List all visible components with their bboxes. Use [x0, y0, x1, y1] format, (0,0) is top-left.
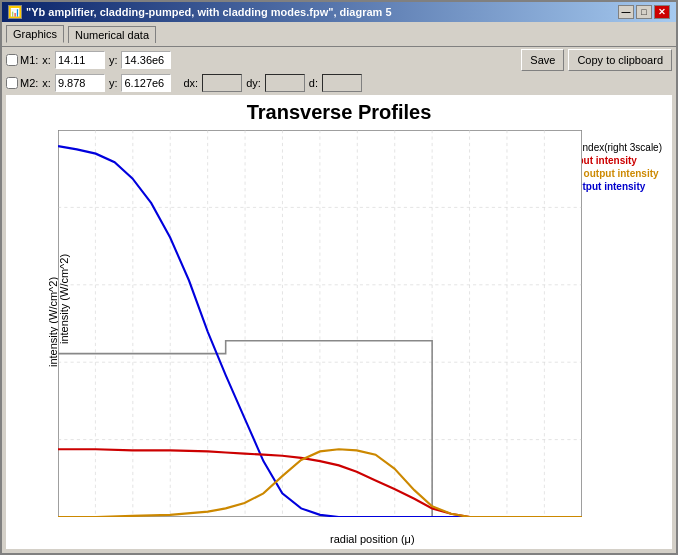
dy-label: dy: — [246, 77, 261, 89]
minimize-button[interactable]: — — [618, 5, 634, 19]
m1-checkbox-label: M1: — [6, 54, 38, 66]
y-axis-label-left: intensity (W/cm^2) — [58, 239, 70, 359]
dy-field[interactable] — [265, 74, 305, 92]
dx-label: dx: — [183, 77, 198, 89]
tab-graphics[interactable]: Graphics — [6, 25, 64, 43]
m2-label: M2: — [20, 77, 38, 89]
m1-y-label: y: — [109, 54, 118, 66]
m1-x-field[interactable] — [55, 51, 105, 69]
m1-x-label: x: — [42, 54, 51, 66]
d-field[interactable] — [322, 74, 362, 92]
close-button[interactable]: ✕ — [654, 5, 670, 19]
m2-row: M2: x: y: dx: dy: d: — [2, 73, 676, 93]
maximize-button[interactable]: □ — [636, 5, 652, 19]
m2-y-field[interactable] — [121, 74, 171, 92]
m2-checkbox-label: M2: — [6, 77, 38, 89]
m2-x-label: x: — [42, 77, 51, 89]
save-button[interactable]: Save — [521, 49, 564, 71]
title-buttons: — □ ✕ — [618, 5, 670, 19]
m1-checkbox[interactable] — [6, 54, 18, 66]
window-icon: 📊 — [8, 5, 22, 19]
chart-area: Transverse Profiles intensity (W/cm^2) r… — [6, 95, 672, 549]
window-title: "Yb amplifier, cladding-pumped, with cla… — [26, 6, 392, 18]
m2-x-field[interactable] — [55, 74, 105, 92]
copy-clipboard-button[interactable]: Copy to clipboard — [568, 49, 672, 71]
dx-field[interactable] — [202, 74, 242, 92]
x-axis-label: radial position (μ) — [330, 533, 415, 545]
chart-title: Transverse Profiles — [6, 95, 672, 124]
title-bar: 📊 "Yb amplifier, cladding-pumped, with c… — [2, 2, 676, 22]
tab-numerical[interactable]: Numerical data — [68, 26, 156, 43]
title-bar-left: 📊 "Yb amplifier, cladding-pumped, with c… — [8, 5, 392, 19]
m1-row: M1: x: y: Save Copy to clipboard — [2, 47, 676, 73]
m2-checkbox[interactable] — [6, 77, 18, 89]
m1-label: M1: — [20, 54, 38, 66]
main-window: 📊 "Yb amplifier, cladding-pumped, with c… — [0, 0, 678, 555]
m1-y-field[interactable] — [121, 51, 171, 69]
tab-bar: Graphics Numerical data — [2, 22, 676, 47]
m2-y-label: y: — [109, 77, 118, 89]
d-label: d: — [309, 77, 318, 89]
chart-svg: 0 1 2 3 4 5 6 7 8 9 10 11 12 13 14 0 5e6… — [58, 130, 582, 517]
